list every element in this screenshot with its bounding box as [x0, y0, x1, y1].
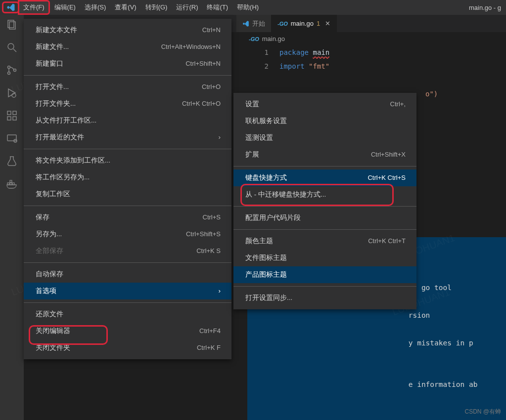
- watermark: CSDN @有蝉: [464, 408, 501, 416]
- menu-item[interactable]: 颜色主题Ctrl+K Ctrl+T: [233, 233, 416, 250]
- svg-rect-9: [7, 117, 11, 120]
- menu-item[interactable]: 新建文本文件Ctrl+N: [24, 22, 231, 39]
- menu-item-label: 文件图标主题: [245, 252, 287, 263]
- menu-edit[interactable]: 编辑(E): [50, 0, 80, 15]
- svg-rect-8: [7, 111, 11, 115]
- svg-rect-11: [13, 111, 16, 115]
- menu-item-label: 从文件打开工作区...: [36, 115, 96, 126]
- svg-rect-12: [7, 135, 16, 141]
- menu-item-shortcut: Ctrl+K F: [197, 342, 221, 353]
- menu-item-label: 颜色主题: [245, 236, 273, 247]
- menu-item-shortcut: Ctrl+N: [202, 25, 221, 36]
- menu-item[interactable]: 复制工作区: [24, 186, 231, 203]
- menu-item[interactable]: 联机服务设置: [233, 113, 416, 129]
- menubar: 文件(F) 编辑(E) 选择(S) 查看(V) 转到(G) 运行(R) 终端(T…: [19, 0, 263, 15]
- menu-item[interactable]: 还原文件: [24, 306, 231, 323]
- menu-item-label: 打开设置同步...: [245, 293, 292, 303]
- menu-item[interactable]: 从 - 中迁移键盘快捷方式...: [233, 186, 416, 203]
- menu-item[interactable]: 首选项›: [24, 283, 231, 299]
- menu-item[interactable]: 新建窗口Ctrl+Shift+N: [24, 55, 231, 72]
- menu-item-shortcut: Ctrl+,: [390, 99, 406, 110]
- menu-item[interactable]: 配置用户代码片段: [233, 210, 416, 226]
- app-logo: [2, 1, 19, 13]
- menu-item-shortcut: Ctrl+F4: [199, 326, 221, 336]
- svg-line-3: [13, 49, 16, 52]
- menu-item-label: 将文件夹添加到工作区...: [36, 155, 110, 166]
- explorer-icon[interactable]: [5, 18, 19, 32]
- menu-item[interactable]: 打开文件夹...Ctrl+K Ctrl+O: [24, 95, 231, 112]
- menu-select[interactable]: 选择(S): [80, 0, 110, 15]
- menu-item-label: 复制工作区: [36, 189, 70, 200]
- menu-item-shortcut: Ctrl+Shift+S: [186, 229, 221, 240]
- activitybar: [0, 15, 24, 420]
- menu-item[interactable]: 关闭编辑器Ctrl+F4: [24, 323, 231, 339]
- search-icon[interactable]: [5, 41, 19, 54]
- menu-item-label: 联机服务设置: [245, 116, 287, 126]
- tab-label: 开始: [252, 19, 265, 28]
- menu-item[interactable]: 全部保存Ctrl+K S: [24, 243, 231, 259]
- menu-item[interactable]: 将工作区另存为...: [24, 169, 231, 186]
- menu-item-label: 新建窗口: [36, 58, 63, 69]
- menu-item[interactable]: 键盘快捷方式Ctrl+K Ctrl+S: [233, 169, 416, 186]
- menu-item-label: 从 - 中迁移键盘快捷方式...: [245, 189, 326, 200]
- extensions-icon[interactable]: [5, 109, 19, 123]
- vscode-icon: [6, 3, 15, 12]
- menu-item-shortcut: Ctrl+Shift+X: [371, 149, 406, 160]
- menu-item[interactable]: 将文件夹添加到工作区...: [24, 152, 231, 169]
- file-menu: 新建文本文件Ctrl+N新建文件...Ctrl+Alt+Windows+N新建窗…: [24, 19, 231, 359]
- menu-view[interactable]: 查看(V): [110, 0, 140, 15]
- menu-item-label: 自动保存: [36, 269, 63, 280]
- menu-item[interactable]: 产品图标主题: [233, 266, 416, 283]
- menu-item[interactable]: 新建文件...Ctrl+Alt+Windows+N: [24, 39, 231, 55]
- menu-item-label: 全部保存: [36, 246, 63, 256]
- menu-item[interactable]: 打开设置同步...: [233, 290, 416, 306]
- menu-item-label: 保存: [36, 212, 49, 223]
- testing-icon[interactable]: [5, 154, 19, 168]
- menu-item[interactable]: 扩展Ctrl+Shift+X: [233, 146, 416, 163]
- titlebar: 文件(F) 编辑(E) 选择(S) 查看(V) 转到(G) 运行(R) 终端(T…: [0, 0, 506, 15]
- go-icon: -GO: [277, 21, 288, 27]
- menu-item-label: 还原文件: [36, 309, 63, 320]
- go-icon: -GO: [249, 36, 259, 42]
- menu-item-label: 产品图标主题: [245, 269, 287, 280]
- menu-run[interactable]: 运行(R): [172, 0, 202, 15]
- menu-item-label: 关闭文件夹: [36, 342, 70, 353]
- menu-item[interactable]: 关闭文件夹Ctrl+K F: [24, 339, 231, 356]
- source-control-icon[interactable]: [5, 63, 19, 77]
- menu-terminal[interactable]: 终端(T): [202, 0, 232, 15]
- menu-go[interactable]: 转到(G): [141, 0, 172, 15]
- menu-help[interactable]: 帮助(H): [232, 0, 263, 15]
- menu-item[interactable]: 自动保存: [24, 266, 231, 283]
- menu-item-label: 将工作区另存为...: [36, 172, 90, 183]
- menu-item-label: 配置用户代码片段: [245, 212, 301, 223]
- menu-item-shortcut: Ctrl+K Ctrl+T: [368, 236, 406, 247]
- tab-main-go[interactable]: -GO main.go 1 ✕: [272, 15, 337, 32]
- menu-item[interactable]: 保存Ctrl+S: [24, 209, 231, 226]
- menu-item-shortcut: Ctrl+Alt+Windows+N: [161, 42, 221, 52]
- menu-item[interactable]: 从文件打开工作区...: [24, 112, 231, 129]
- svg-point-4: [8, 66, 10, 69]
- menu-item-shortcut: Ctrl+K Ctrl+S: [368, 172, 406, 183]
- menu-item-shortcut: Ctrl+K S: [196, 246, 221, 256]
- menu-item[interactable]: 设置Ctrl+,: [233, 96, 416, 113]
- close-icon[interactable]: ✕: [325, 20, 330, 27]
- menu-item-label: 打开文件...: [36, 82, 69, 92]
- tab-start[interactable]: 开始: [236, 15, 272, 32]
- menu-item-label: 打开最近的文件: [36, 132, 84, 143]
- menu-item[interactable]: 另存为...Ctrl+Shift+S: [24, 226, 231, 243]
- remote-icon[interactable]: [5, 131, 19, 145]
- menu-item[interactable]: 打开文件...Ctrl+O: [24, 79, 231, 95]
- breadcrumb-label: main.go: [262, 35, 285, 42]
- menu-file[interactable]: 文件(F): [18, 0, 50, 15]
- run-debug-icon[interactable]: [5, 86, 19, 100]
- chevron-right-icon: ›: [219, 132, 221, 143]
- menu-item[interactable]: 文件图标主题: [233, 250, 416, 266]
- menu-item[interactable]: 遥测设置: [233, 129, 416, 146]
- menu-item-shortcut: Ctrl+O: [202, 82, 221, 92]
- svg-rect-10: [13, 117, 16, 120]
- svg-rect-17: [10, 180, 12, 182]
- docker-icon[interactable]: [5, 177, 19, 191]
- menu-item-shortcut: Ctrl+K Ctrl+O: [182, 98, 221, 109]
- menu-item-label: 首选项: [36, 286, 56, 296]
- menu-item[interactable]: 打开最近的文件›: [24, 129, 231, 146]
